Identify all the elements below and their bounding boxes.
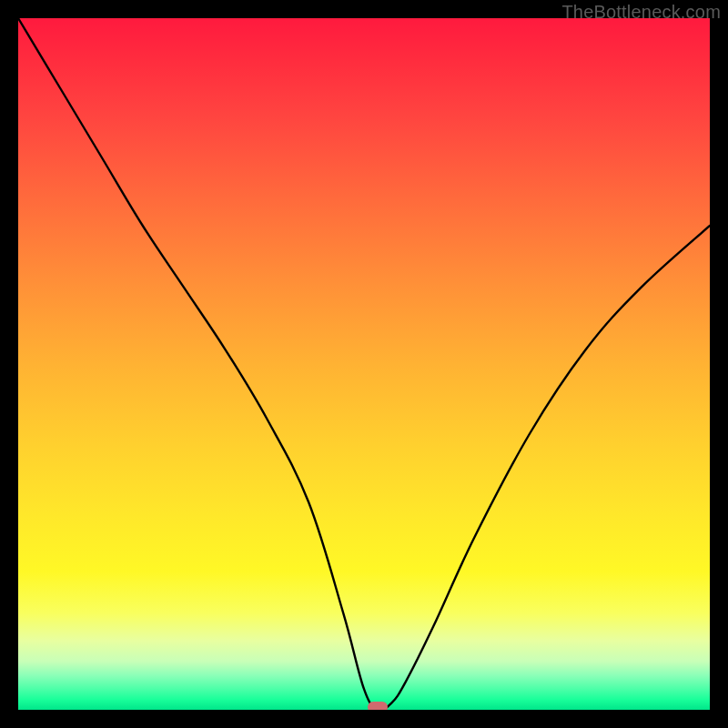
chart-stage: TheBottleneck.com — [0, 0, 728, 728]
plot-area — [18, 18, 710, 710]
minimum-marker — [368, 702, 388, 710]
bottleneck-curve — [18, 18, 710, 710]
